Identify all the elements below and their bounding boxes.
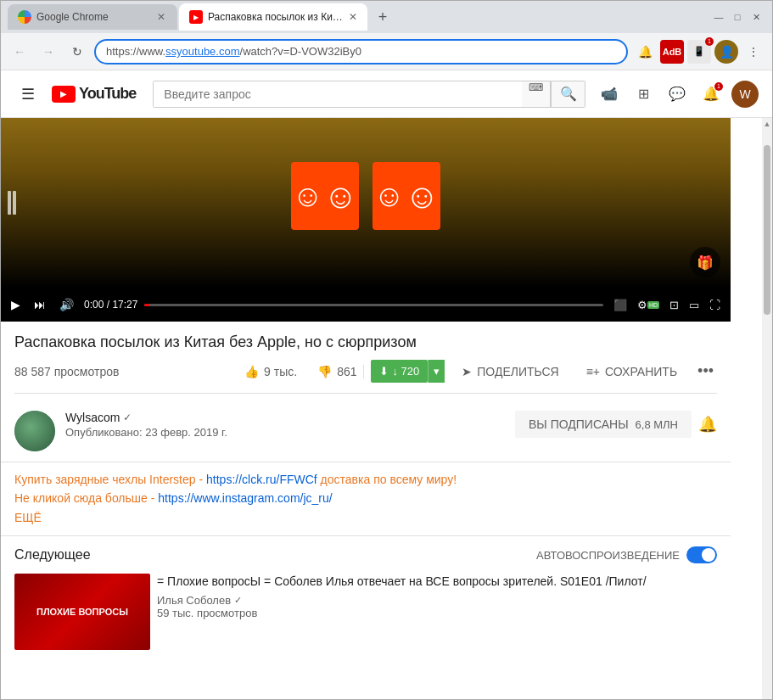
channel-avatar[interactable]: [14, 411, 55, 451]
header-actions: 📹 ⊞ 💬 🔔 1 W: [596, 81, 759, 108]
keyboard-icon[interactable]: ⌨: [522, 81, 551, 108]
theater-button[interactable]: ▭: [686, 295, 703, 315]
messages-button[interactable]: 💬: [664, 81, 691, 108]
youtube-logo[interactable]: YouTube: [52, 85, 136, 103]
search-bar[interactable]: ⌨: [153, 81, 552, 108]
subtitles-button[interactable]: ⬛: [610, 295, 630, 315]
share-button[interactable]: ➤ ПОДЕЛИТЬСЯ: [451, 365, 569, 378]
like-button[interactable]: 👍 9 тыс.: [238, 365, 304, 378]
progress-fill: [144, 304, 148, 306]
forward-button[interactable]: →: [36, 40, 60, 64]
upload-button[interactable]: 📹: [596, 81, 623, 108]
fullscreen-button[interactable]: ⛶: [706, 295, 724, 315]
maximize-button[interactable]: □: [731, 11, 743, 23]
volume-button[interactable]: 🔊: [56, 294, 77, 315]
main-content: ☺ ☺ 🎁: [1, 118, 762, 699]
share-label: ПОДЕЛИТЬСЯ: [477, 365, 558, 378]
scrollbar-thumb[interactable]: [764, 145, 770, 315]
next-video-thumbnail: ПЛОХИЕ ВОПРОСЫ: [14, 574, 150, 650]
desc-line-1-text: Купить зарядные чехлы Interstep -: [14, 473, 206, 486]
menu-browser-icon[interactable]: ⋮: [742, 40, 765, 64]
settings-button[interactable]: ⚙ HD: [634, 295, 663, 315]
minimize-button[interactable]: —: [713, 11, 725, 23]
window-controls: — □ ✕: [713, 11, 765, 23]
hamburger-menu-button[interactable]: ☰: [14, 78, 42, 110]
verified-badge-icon: ✓: [123, 412, 132, 423]
channel-avatar-image: [14, 411, 55, 451]
thumbs-up-icon: 👍: [244, 365, 259, 378]
save-button[interactable]: ≡+ СОХРАНИТЬ: [576, 365, 687, 378]
notifications-browser-icon[interactable]: 🔔: [633, 40, 657, 64]
tab-google-close-icon[interactable]: ✕: [155, 9, 167, 25]
next-button[interactable]: ⏭: [31, 294, 49, 315]
next-section-title: Следующее: [14, 547, 91, 563]
profile-browser-icon[interactable]: 👤: [714, 40, 738, 64]
nav-bar: ← → ↻ https://www.ssyoutube.com/watch?v=…: [1, 33, 772, 70]
video-meta: 88 587 просмотров 👍 9 тыс. 👎 861: [14, 360, 717, 394]
browser-window: Google Chrome ✕ Распаковка посылок из Ки…: [0, 0, 773, 700]
time-display: 0:00 / 17:27: [84, 299, 137, 311]
tab-youtube[interactable]: Распаковка посылок из Китая б ✕: [179, 3, 367, 31]
video-title: Распаковка посылок из Китая без Apple, н…: [14, 332, 717, 353]
next-video-item[interactable]: ПЛОХИЕ ВОПРОСЫ = Плохие вопросЫ = Соболе…: [14, 574, 717, 650]
aliexpress-logo-right: ☺: [372, 162, 440, 230]
extensions-icon[interactable]: AdB: [660, 40, 684, 64]
subscriber-count: 6,8 МЛН: [636, 418, 678, 431]
dislike-button[interactable]: 👎 861: [311, 365, 364, 378]
play-button[interactable]: ▶: [8, 294, 24, 315]
apps-button[interactable]: ⊞: [630, 81, 657, 108]
desc-link-1[interactable]: https://clck.ru/FFWCf: [206, 473, 317, 486]
youtube-logo-icon: [52, 86, 76, 103]
youtube-header: ☰ YouTube ⌨ 🔍 📹 ⊞ 💬 🔔 1 W: [1, 70, 772, 118]
search-input[interactable]: [154, 81, 522, 107]
address-text: https://www.ssyoutube.com/watch?v=D-VOW3…: [106, 45, 361, 58]
close-button[interactable]: ✕: [750, 11, 762, 23]
video-overlay-icon: 🎁: [690, 247, 720, 277]
extension2-icon[interactable]: 📱 1: [687, 40, 711, 64]
user-avatar[interactable]: W: [731, 81, 759, 108]
channel-notify-button[interactable]: 🔔: [698, 415, 717, 434]
next-video-title: = Плохие вопросЫ = Соболев Илья отвечает…: [157, 574, 717, 591]
google-favicon-icon: [18, 10, 31, 24]
youtube-favicon-icon: [189, 10, 203, 24]
video-player[interactable]: ☺ ☺ 🎁: [1, 118, 731, 322]
url-prefix: https://www.: [106, 45, 165, 58]
reload-button[interactable]: ↻: [65, 40, 89, 64]
desc-line-2: Не кликой сюда больше - https://www.inst…: [14, 491, 717, 505]
tab-google[interactable]: Google Chrome ✕: [8, 4, 177, 30]
next-thumb-label: ПЛОХИЕ ВОПРОСЫ: [33, 603, 132, 620]
scrollbar[interactable]: ▲: [762, 118, 772, 699]
download-icon: ⬇: [379, 365, 389, 378]
url-highlight: ssyoutube.com: [165, 45, 239, 58]
next-section: Следующее АВТОВОСПРОИЗВЕДЕНИЕ ПЛОХИЕ ВОП…: [1, 536, 731, 660]
search-button[interactable]: 🔍: [552, 81, 585, 108]
autoplay-toggle[interactable]: [686, 546, 717, 563]
url-suffix: /watch?v=D-VOW32iBy0: [240, 45, 361, 58]
notifications-button[interactable]: 🔔 1: [697, 81, 725, 108]
view-count: 88 587 просмотров: [14, 365, 119, 378]
tab-youtube-close-icon[interactable]: ✕: [349, 11, 357, 23]
show-more-button[interactable]: ЕЩЁ: [14, 511, 42, 524]
subscribe-button[interactable]: ВЫ ПОДПИСАНЫ 6,8 МЛН: [515, 411, 692, 438]
download-label: ↓ 720: [392, 365, 419, 378]
more-options-button[interactable]: •••: [694, 362, 717, 380]
like-count: 9 тыс.: [264, 365, 297, 378]
youtube-logo-text: YouTube: [79, 85, 136, 103]
miniplayer-button[interactable]: ⊡: [666, 295, 682, 315]
subscribe-group: ВЫ ПОДПИСАНЫ 6,8 МЛН 🔔: [515, 411, 717, 438]
desc-link-2[interactable]: https://www.instagram.com/jc_ru/: [158, 491, 332, 505]
subscribe-label: ВЫ ПОДПИСАНЫ: [529, 417, 629, 431]
download-dropdown-button[interactable]: ▾: [428, 360, 445, 383]
content-area: ☺ ☺ 🎁: [1, 118, 731, 699]
back-button[interactable]: ←: [8, 40, 31, 64]
video-controls: ▶ ⏭ 🔊 0:00 / 17:27 ⬛: [1, 288, 731, 322]
new-tab-button[interactable]: +: [371, 5, 395, 29]
dislike-count: 861: [337, 365, 356, 378]
download-button[interactable]: ⬇ ↓ 720: [371, 360, 428, 383]
next-video-channel: Илья Соболев ✓: [157, 594, 717, 607]
address-bar[interactable]: https://www.ssyoutube.com/watch?v=D-VOW3…: [94, 39, 628, 64]
aliexpress-logo-left: ☺: [291, 162, 359, 230]
download-group: ⬇ ↓ 720 ▾: [371, 360, 445, 383]
tab-google-label: Google Chrome: [36, 11, 109, 23]
progress-bar[interactable]: [144, 304, 602, 306]
